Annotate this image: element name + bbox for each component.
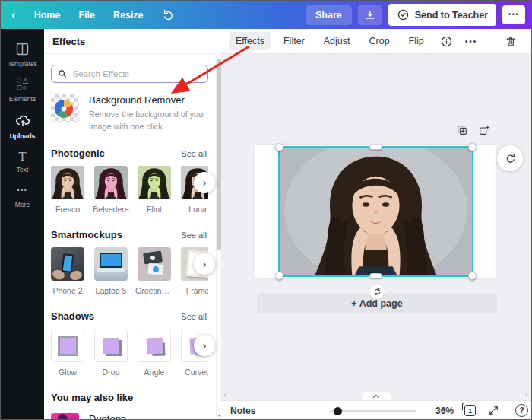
collapse-bottom-bar-tab[interactable]	[362, 392, 391, 400]
effect-thumb-fresco[interactable]	[51, 166, 84, 199]
smartmockups-next-button[interactable]: ›	[194, 253, 215, 275]
zoom-slider[interactable]	[330, 410, 416, 412]
text-icon: T	[18, 150, 26, 163]
page-number: 1	[468, 407, 472, 415]
sidebar-item-elements[interactable]: ♡△ □○ Elements	[1, 72, 44, 107]
mockup-label: Phone 2	[51, 286, 87, 295]
help-button[interactable]: ?	[515, 404, 528, 417]
zoom-slider-thumb[interactable]	[334, 407, 342, 415]
add-page-button[interactable]: + Add page	[257, 293, 497, 313]
toolbar-more-button[interactable]: •••	[462, 37, 481, 46]
mockup-item-greeting-card[interactable]: Greeting card	[138, 247, 171, 295]
fullscreen-button[interactable]	[488, 405, 499, 416]
delete-button[interactable]	[501, 35, 521, 48]
background-remover-icon	[51, 94, 79, 123]
mockup-thumb-phone2[interactable]	[51, 247, 84, 281]
question-icon: ?	[519, 406, 524, 415]
resize-handle-top-left[interactable]	[275, 143, 283, 151]
more-dots-icon: •••	[508, 11, 519, 18]
info-button[interactable]	[436, 35, 457, 48]
effect-thumb-belvedere[interactable]	[94, 166, 128, 199]
more-dots-icon: •••	[17, 183, 28, 198]
mockup-item-phone2[interactable]: Phone 2	[51, 247, 84, 295]
sidebar-item-templates[interactable]: Templates	[1, 36, 44, 72]
undo-icon[interactable]	[162, 8, 175, 21]
page-indicator-button[interactable]: 1	[464, 405, 476, 416]
shadow-label: Glow	[51, 368, 87, 377]
mockup-thumb-greeting-card[interactable]	[138, 247, 171, 281]
tab-crop[interactable]: Crop	[363, 32, 397, 50]
menu-resize[interactable]: Resize	[113, 10, 144, 21]
hscroll-right-arrow[interactable]: ›	[525, 392, 527, 399]
download-button[interactable]	[358, 5, 382, 25]
duplicate-page-button[interactable]	[456, 124, 468, 136]
send-to-teacher-button[interactable]: Send to Teacher	[388, 4, 496, 26]
rotate-button[interactable]	[497, 145, 523, 171]
search-effects-box[interactable]	[51, 65, 208, 83]
resize-handle-top-right[interactable]	[468, 143, 477, 151]
sidebar-label-uploads: Uploads	[10, 132, 36, 140]
see-all-smartmockups[interactable]: See all	[181, 231, 207, 240]
tab-adjust[interactable]: Adjust	[317, 32, 357, 50]
mockup-item-laptop5[interactable]: Laptop 5	[94, 247, 128, 295]
panel-scrollbar[interactable]: ▾	[216, 55, 221, 419]
back-icon[interactable]: ‹	[11, 8, 16, 21]
background-remover-item[interactable]: Background Remover Remove the background…	[51, 94, 221, 132]
duotone-item[interactable]: Duotone Apply a two-color palette to you…	[51, 413, 221, 419]
effect-item-fresco[interactable]: Fresco	[51, 166, 84, 214]
tab-effects[interactable]: Effects	[229, 32, 271, 50]
image-toolbar: Effects Filter Adjust Crop Flip •••	[221, 29, 531, 54]
chevron-right-icon: ›	[203, 258, 207, 270]
sidebar-item-text[interactable]: T Text	[1, 145, 44, 178]
menu-file[interactable]: File	[78, 10, 95, 21]
effect-item-flint[interactable]: Flint	[138, 166, 171, 214]
sidebar-item-more[interactable]: ••• More	[1, 178, 44, 213]
shadow-item-drop[interactable]: Drop	[94, 329, 128, 377]
statusbar-divider	[508, 404, 508, 417]
effect-label: Belvedere	[92, 205, 130, 214]
photogenic-next-button[interactable]: ›	[194, 172, 215, 193]
shadow-label: Drop	[92, 368, 130, 377]
shadow-thumb-drop[interactable]	[94, 329, 128, 362]
search-effects-input[interactable]	[73, 69, 201, 78]
section-title-smartmockups: Smartmockups	[51, 229, 122, 240]
shadow-item-angle[interactable]: Angle	[138, 329, 171, 377]
share-button[interactable]: Share	[306, 5, 352, 25]
design-page[interactable]	[255, 145, 496, 278]
resize-handle-bottom-right[interactable]	[468, 272, 477, 280]
panel-scrollbar-thumb[interactable]	[217, 59, 221, 250]
sidebar-label-elements: Elements	[9, 95, 36, 103]
add-page-icon-button[interactable]	[478, 124, 490, 136]
effect-thumb-flint[interactable]	[138, 166, 171, 199]
shadows-next-button[interactable]: ›	[194, 335, 215, 356]
sync-spinner-icon	[369, 284, 385, 299]
topbar-more-button[interactable]: •••	[502, 5, 525, 24]
status-bar: Notes 36% 1 ?	[221, 400, 531, 419]
expand-icon	[488, 405, 499, 416]
duotone-thumb	[51, 413, 79, 419]
mockup-label: Greeting card	[135, 286, 173, 295]
tab-filter[interactable]: Filter	[277, 32, 312, 50]
hscroll-left-arrow[interactable]: ‹	[224, 392, 226, 399]
sidebar-label-text: Text	[17, 166, 29, 173]
shadow-thumb-angle[interactable]	[138, 329, 171, 362]
resize-handle-top-middle[interactable]	[369, 145, 382, 150]
mockup-label: Laptop 5	[92, 286, 130, 295]
notes-button[interactable]: Notes	[230, 406, 255, 416]
mockup-thumb-laptop5[interactable]	[94, 247, 128, 281]
background-remover-desc: Remove the background of your image with…	[89, 108, 210, 132]
see-all-shadows[interactable]: See all	[181, 312, 207, 321]
tab-flip[interactable]: Flip	[402, 32, 431, 50]
effect-item-belvedere[interactable]: Belvedere	[94, 166, 128, 214]
elements-icon: ♡△ □○	[16, 78, 29, 92]
chevron-right-icon: ›	[203, 339, 207, 352]
resize-handle-bottom-middle[interactable]	[369, 273, 382, 278]
resize-handle-bottom-left[interactable]	[275, 272, 283, 280]
shadow-thumb-glow[interactable]	[51, 329, 84, 362]
see-all-photogenic[interactable]: See all	[181, 149, 207, 158]
left-rail: Templates ♡△ □○ Elements Uploads T Text …	[1, 29, 44, 419]
sidebar-item-uploads[interactable]: Uploads	[1, 107, 44, 145]
shadow-item-glow[interactable]: Glow	[51, 329, 84, 377]
search-icon	[58, 68, 68, 79]
menu-home[interactable]: Home	[34, 10, 61, 21]
